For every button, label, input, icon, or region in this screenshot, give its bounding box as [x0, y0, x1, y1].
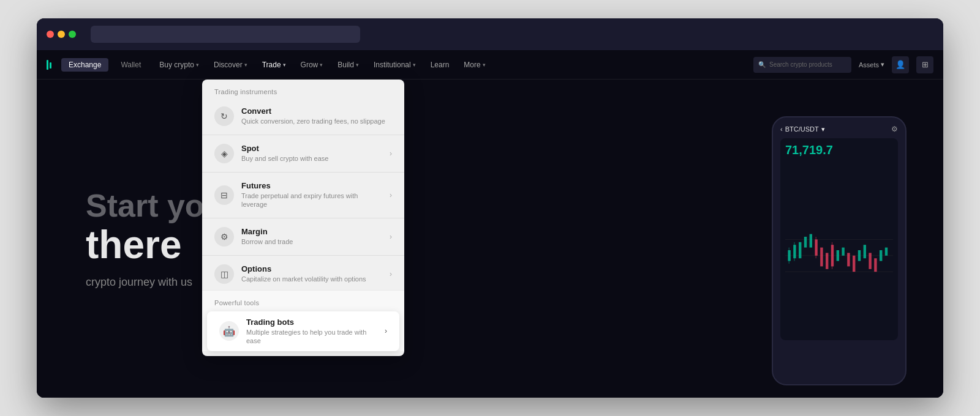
phone-header: ‹ BTC/USDT ▾ ⚙	[780, 125, 898, 133]
assets-button[interactable]: Assets ▾	[859, 61, 884, 69]
trading-bots-desc: Multiple strategies to help you trade wi…	[246, 328, 380, 346]
nav-discover[interactable]: Discover ▾	[208, 58, 254, 72]
spot-title: Spot	[241, 144, 385, 153]
tab-exchange[interactable]: Exchange	[61, 58, 108, 72]
futures-desc: Trade perpetual and expiry futures with …	[241, 191, 385, 209]
chevron-down-icon: ▾	[413, 62, 416, 68]
options-title: Options	[241, 264, 385, 273]
margin-desc: Borrow and trade	[241, 237, 385, 246]
traffic-lights	[47, 31, 76, 38]
svg-rect-6	[804, 237, 807, 248]
trading-bots-chevron-icon: ›	[385, 327, 387, 335]
search-bar[interactable]: 🔍 Search crypto products	[753, 57, 851, 73]
svg-rect-7	[810, 234, 812, 248]
dropdown-item-spot[interactable]: ◈ Spot Buy and sell crypto with ease ›	[202, 138, 404, 169]
browser-chrome	[37, 18, 943, 50]
navbar: Exchange Wallet Buy crypto ▾ Discover ▾ …	[37, 50, 943, 80]
svg-rect-16	[858, 250, 861, 261]
svg-rect-9	[820, 248, 823, 267]
svg-rect-5	[799, 242, 801, 258]
chevron-down-icon: ▾	[283, 62, 286, 68]
futures-content: Futures Trade perpetual and expiry futur…	[241, 181, 385, 209]
svg-rect-3	[788, 250, 790, 261]
tab-wallet[interactable]: Wallet	[113, 58, 148, 72]
options-chevron-icon: ›	[390, 270, 392, 278]
svg-rect-13	[842, 248, 844, 256]
svg-rect-17	[864, 245, 866, 258]
futures-icon: ⊟	[214, 185, 234, 205]
futures-title: Futures	[241, 181, 385, 190]
margin-content: Margin Borrow and trade	[241, 227, 385, 246]
logo-icon-2	[50, 62, 51, 69]
trading-bots-icon: 🤖	[219, 321, 239, 341]
dropdown-item-convert[interactable]: ↻ Convert Quick conversion, zero trading…	[202, 100, 404, 132]
spot-content: Spot Buy and sell crypto with ease	[241, 144, 385, 163]
divider-2	[202, 172, 404, 173]
search-icon: 🔍	[758, 61, 766, 68]
nav-more[interactable]: More ▾	[458, 58, 491, 72]
powerful-tools-label: Powerful tools	[202, 291, 404, 311]
price-chart	[785, 160, 893, 340]
maximize-button[interactable]	[69, 31, 76, 38]
convert-desc: Quick conversion, zero trading fees, no …	[241, 117, 392, 125]
options-content: Options Capitalize on market volatility …	[241, 264, 385, 283]
dropdown-item-margin[interactable]: ⚙ Margin Borrow and trade ›	[202, 221, 404, 253]
margin-icon: ⚙	[214, 227, 234, 247]
svg-rect-18	[869, 253, 871, 269]
nav-build[interactable]: Build ▾	[331, 58, 365, 72]
phone-mockup: ‹ BTC/USDT ▾ ⚙ 71,719.7	[772, 116, 907, 385]
grid-icon: ⊞	[922, 60, 929, 69]
options-icon: ◫	[214, 264, 234, 284]
spot-icon: ◈	[214, 144, 234, 163]
settings-icon: ⚙	[891, 125, 898, 133]
close-button[interactable]	[47, 31, 54, 38]
divider-3	[202, 218, 404, 218]
dropdown-item-trading-bots[interactable]: 🤖 Trading bots Multiple strategies to he…	[207, 311, 399, 352]
svg-rect-21	[885, 248, 888, 256]
dropdown-item-options[interactable]: ◫ Options Capitalize on market volatilit…	[202, 258, 404, 290]
nav-grow[interactable]: Grow ▾	[295, 58, 330, 72]
nav-learn[interactable]: Learn	[424, 58, 456, 72]
nav-items: Buy crypto ▾ Discover ▾ Trade ▾ Grow ▾ B…	[153, 58, 748, 72]
chevron-down-icon: ▾	[881, 61, 884, 69]
trading-pair: ‹ BTC/USDT ▾	[780, 125, 825, 133]
nav-right: 🔍 Search crypto products Assets ▾ 👤 ⊞	[753, 56, 933, 73]
chevron-down-icon: ▾	[356, 62, 359, 68]
trade-dropdown: Trading instruments ↻ Convert Quick conv…	[202, 80, 404, 356]
spot-chevron-icon: ›	[390, 149, 392, 158]
trading-bots-title: Trading bots	[246, 318, 380, 327]
phone-screen: ‹ BTC/USDT ▾ ⚙ 71,719.7	[773, 117, 905, 384]
svg-rect-12	[837, 250, 839, 261]
powerful-tools-section: Powerful tools 🤖 Trading bots Multiple s…	[202, 290, 404, 352]
chevron-down-icon: ▾	[320, 62, 323, 68]
nav-trade[interactable]: Trade ▾	[256, 58, 292, 72]
svg-rect-15	[853, 256, 855, 272]
phone-price: 71,719.7	[785, 143, 893, 157]
nav-buy-crypto[interactable]: Buy crypto ▾	[153, 58, 205, 72]
trading-instruments-label: Trading instruments	[202, 80, 404, 100]
logo-icon	[47, 60, 48, 70]
profile-button[interactable]: 👤	[892, 56, 909, 73]
grid-button[interactable]: ⊞	[916, 56, 933, 73]
logo[interactable]	[47, 60, 51, 70]
user-icon: 👤	[895, 60, 905, 69]
svg-rect-8	[815, 239, 817, 255]
chevron-down-icon: ▾	[244, 62, 247, 68]
futures-chevron-icon: ›	[390, 191, 392, 199]
margin-title: Margin	[241, 227, 385, 236]
convert-title: Convert	[241, 106, 392, 116]
hero-section: Start your there crypto journey with us …	[37, 80, 943, 398]
svg-rect-20	[880, 250, 882, 261]
minimize-button[interactable]	[58, 31, 65, 38]
page-content: Exchange Wallet Buy crypto ▾ Discover ▾ …	[37, 50, 943, 398]
svg-rect-19	[874, 258, 876, 272]
svg-rect-10	[826, 253, 828, 269]
nav-institutional[interactable]: Institutional ▾	[368, 58, 422, 72]
options-desc: Capitalize on market volatility with opt…	[241, 275, 385, 283]
convert-content: Convert Quick conversion, zero trading f…	[241, 106, 392, 125]
divider-1	[202, 135, 404, 135]
browser-window: Exchange Wallet Buy crypto ▾ Discover ▾ …	[37, 18, 943, 398]
dropdown-item-futures[interactable]: ⊟ Futures Trade perpetual and expiry fut…	[202, 175, 404, 215]
margin-chevron-icon: ›	[390, 232, 392, 241]
address-bar[interactable]	[91, 26, 360, 43]
